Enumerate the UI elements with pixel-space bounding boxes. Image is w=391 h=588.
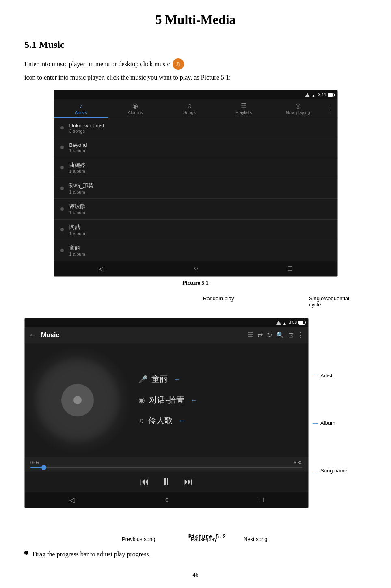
artist-info: 陶喆 1 album (69, 224, 85, 236)
home-nav-icon-52[interactable]: ○ (165, 495, 169, 504)
artist-row: 🎤 童丽 ← (138, 374, 300, 385)
page-title: 5 Multi-Media (24, 12, 367, 27)
progress-thumb (41, 465, 46, 470)
disc-inner (61, 384, 94, 416)
repeat-icon[interactable]: ↻ (267, 331, 272, 339)
artist-thumb (60, 126, 64, 129)
battery-icon-52 (298, 321, 305, 325)
artist-info: 曲婉婷 1 album (69, 162, 85, 174)
time-total: 5:30 (294, 460, 302, 465)
search-icon[interactable]: 🔍 (276, 331, 284, 339)
tab-playlists[interactable]: ☰ Playlists (216, 99, 271, 118)
bullet-section: Drag the progress bar to adjust play pro… (24, 549, 367, 560)
status-time-51: 3:44 (318, 93, 326, 97)
back-nav-icon-52[interactable]: ◁ (69, 495, 75, 504)
below-screenshot-labels: Previous song Picture 5.2 Pause/play Nex… (65, 510, 349, 542)
bullet-dot (24, 551, 28, 555)
controls-bar: ⏮ ⏸ ⏭ (25, 472, 308, 492)
tab-artists[interactable]: ♪ Artists (54, 99, 108, 118)
playlists-tab-icon: ☰ (241, 103, 246, 109)
table-row[interactable]: 童丽 1 album (54, 240, 337, 261)
status-bar-51: ▲ 3:44 (54, 90, 337, 99)
nav-bar-52: ◁ ○ □ (25, 492, 308, 508)
tab-songs[interactable]: ♫ Songs (162, 99, 217, 118)
player-frame: ▲ 3:58 ← Music ☰ ⇄ ↻ 🔍 ⊡ ⋮ (24, 318, 309, 508)
progress-times: 0:05 5:30 (30, 460, 302, 465)
home-nav-icon[interactable]: ○ (194, 264, 199, 273)
artist-thumb (60, 228, 64, 231)
artist-info-icon: 🎤 (138, 375, 147, 384)
share-icon[interactable]: ⊡ (288, 331, 294, 339)
artist-thumb (60, 166, 64, 169)
tab-now-playing[interactable]: ◎ Now playing (271, 99, 325, 118)
section-heading: 5.1 Music (24, 39, 367, 50)
battery-icon-51 (328, 93, 334, 97)
next-song-button[interactable]: ⏭ (184, 476, 193, 487)
table-row[interactable]: Unknown artist 3 songs (54, 118, 337, 138)
tab-albums[interactable]: ◉ Albums (108, 99, 162, 118)
progress-bar[interactable] (30, 467, 302, 468)
more-options-button[interactable]: ⋮ (325, 99, 337, 118)
pic52-screenshot-row: ▲ 3:58 ← Music ☰ ⇄ ↻ 🔍 ⊡ ⋮ (24, 318, 390, 508)
recents-nav-icon[interactable]: □ (288, 264, 292, 273)
status-icons-52: ▲ 3:58 (276, 320, 305, 325)
album-arrow-indicator: ← (191, 396, 197, 404)
artist-annotation: — Artist (313, 373, 348, 379)
signal-icon-52 (276, 321, 281, 325)
svg-text:▲: ▲ (311, 93, 315, 97)
artist-list: Unknown artist 3 songs Beyond 1 album 曲婉… (54, 118, 337, 261)
screenshot-pic51: ▲ 3:44 ♪ Artists ◉ Albums ♫ Songs (54, 90, 338, 277)
nav-bar-51: ◁ ○ □ (54, 261, 337, 276)
table-row[interactable]: 陶喆 1 album (54, 220, 337, 240)
table-row[interactable]: 谭咏麟 1 album (54, 199, 337, 220)
previous-song-button[interactable]: ⏮ (140, 476, 149, 487)
random-play-label: Random play (203, 295, 234, 302)
player-title: Music (41, 332, 248, 339)
artists-tab-icon: ♪ (79, 103, 82, 109)
right-annotations: — Artist — Album — Song name (313, 318, 348, 488)
status-time-52: 3:58 (289, 320, 297, 325)
shuffle-icon[interactable]: ⇄ (257, 331, 263, 339)
svg-marker-0 (305, 93, 310, 97)
artist-thumb (60, 207, 64, 211)
albums-tab-icon: ◉ (132, 103, 138, 109)
more-icon[interactable]: ⋮ (298, 331, 304, 339)
single-sequential-label: Single/sequential cycle (309, 295, 349, 308)
artist-thumb (60, 187, 64, 190)
next-song-annotation: Next song (244, 536, 268, 542)
status-icons-51: ▲ 3:44 (305, 93, 334, 97)
music-app-icon (173, 58, 184, 70)
artist-thumb (60, 249, 64, 252)
svg-text:▲: ▲ (283, 321, 287, 325)
list-icon[interactable]: ☰ (248, 331, 253, 339)
artist-info: 谭咏麟 1 album (69, 203, 85, 215)
album-info-icon: ◉ (138, 396, 145, 405)
now-playing-tab-icon: ◎ (295, 103, 301, 109)
back-button[interactable]: ← (29, 331, 36, 339)
progress-area: 0:05 5:30 (25, 457, 308, 472)
table-row[interactable]: 曲婉婷 1 album (54, 157, 337, 178)
table-row[interactable]: 孙楠_那英 1 album (54, 178, 337, 199)
tab-bar-51[interactable]: ♪ Artists ◉ Albums ♫ Songs ☰ Playlists ◎… (54, 99, 337, 118)
artist-name-text: 童丽 (151, 374, 168, 385)
pause-play-button[interactable]: ⏸ (161, 476, 172, 488)
artist-arrow-indicator: ← (174, 376, 181, 383)
picture52-outer: Random play Single/sequential cycle ▲ 3:… (24, 295, 390, 542)
back-nav-icon[interactable]: ◁ (99, 264, 104, 273)
wifi-icon-52: ▲ (283, 321, 287, 325)
album-annotation: — Album (313, 420, 348, 426)
pause-play-annotation: Pause/play (191, 536, 217, 542)
artist-info: 童丽 1 album (69, 244, 85, 256)
recents-nav-icon-52[interactable]: □ (259, 495, 264, 504)
album-name-text: 对话-拾壹 (149, 394, 184, 405)
table-row[interactable]: Beyond 1 album (54, 138, 337, 157)
artist-info: Unknown artist 3 songs (69, 123, 104, 134)
songs-tab-icon: ♫ (187, 103, 192, 109)
disc-center (73, 396, 82, 404)
status-bar-52: ▲ 3:58 (25, 318, 308, 327)
above-screenshot-labels: Random play Single/sequential cycle (65, 295, 349, 318)
song-name-annotation: — Song name (313, 467, 348, 474)
artist-info: Beyond 1 album (69, 142, 87, 153)
artist-thumb (60, 146, 64, 149)
svg-marker-2 (276, 321, 281, 325)
